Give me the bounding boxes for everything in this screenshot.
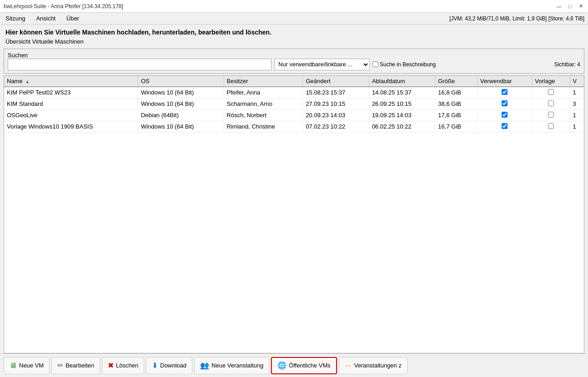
table-cell: KIM PePP Test02 WS23 [4,87,138,99]
col-ablaufdatum[interactable]: Ablaufdatum [369,76,435,87]
verwendbar-check[interactable] [502,100,508,106]
oeffentliche-vms-icon: 🌐 [277,361,286,370]
page-title: Hier können Sie Virtuelle Maschinen hoch… [5,28,583,37]
table-cell: Rösch, Norbert [224,109,303,121]
close-button[interactable]: ✕ [577,3,584,10]
table-row[interactable]: KIM PePP Test02 WS23Windows 10 (64 Bit)P… [4,87,584,99]
col-groesse[interactable]: Größe [435,76,477,87]
download-icon: ⬇ [152,361,158,370]
table-cell: 1 [570,121,584,132]
vorlage-check[interactable] [548,100,554,106]
page-subtitle: Übersicht Virtuelle Maschinen [5,38,583,45]
table-cell: 06.02.25 10:22 [369,121,435,132]
table-body: KIM PePP Test02 WS23Windows 10 (64 Bit)P… [4,87,584,133]
neue-vm-label: Neue VM [19,362,44,369]
menu-sitzung[interactable]: Sitzung [4,14,27,23]
table-cell: Pfeifer, Anna [224,87,303,99]
search-input[interactable] [8,59,271,70]
veranstaltungen-label: Veranstaltungen z [354,362,402,369]
col-name[interactable]: Name ▲ [4,76,138,87]
vm-table-container: Name ▲ OS Besitzer Geändert Ablaufdatum … [4,75,584,353]
verwendbar-check[interactable] [502,112,508,118]
table-cell: 15.08.23 15:37 [303,87,369,99]
col-verwendbar[interactable]: Verwendbar [477,76,532,87]
table-cell: 07.02.23 10:22 [303,121,369,132]
maximize-button[interactable]: □ [566,3,573,10]
window-controls: — □ ✕ [555,3,584,10]
neue-veranstaltung-icon: 👥 [200,361,209,370]
loeschen-icon: ✖ [108,361,114,370]
menu-ansicht[interactable]: Ansicht [34,14,57,23]
vm-table: Name ▲ OS Besitzer Geändert Ablaufdatum … [4,76,584,133]
search-desc-check[interactable] [372,61,378,67]
vorlage-check[interactable] [548,123,554,129]
download-button[interactable]: ⬇ Download [146,357,192,374]
col-besitzer[interactable]: Besitzer [224,76,303,87]
search-row: Nur verwendbare/linkbare ... Alle anzeig… [8,59,580,70]
veranstaltungen-icon: ↔ [345,362,352,370]
search-label: Suchen [8,52,28,59]
verwendbar-check-cell [477,121,532,132]
menu-items: Sitzung Ansicht Über [4,14,81,23]
verwendbar-check[interactable] [502,123,508,129]
table-cell: Windows 10 (64 Bit) [138,98,224,109]
col-v[interactable]: V [570,76,584,87]
verwendbar-check-cell [477,109,532,121]
table-cell: 38,6 GiB [435,98,477,109]
neue-vm-icon: 🖥 [10,362,17,370]
filter-select[interactable]: Nur verwendbare/linkbare ... Alle anzeig… [274,59,370,70]
vorlage-check-cell [532,109,570,121]
download-label: Download [160,362,186,369]
search-desc-checkbox: Suche in Beschreibung [372,61,436,68]
neue-veranstaltung-label: Neue Veranstaltung [211,362,263,369]
vorlage-check-cell [532,87,570,99]
table-cell: Debian (64Bit) [138,109,224,121]
table-cell: Windows 10 (64 Bit) [138,87,224,99]
toolbar: 🖥 Neue VM ✏ Bearbeiten ✖ Löschen ⬇ Downl… [0,353,588,377]
menu-ueber[interactable]: Über [65,14,81,23]
vorlage-check-cell [532,121,570,132]
table-header-row: Name ▲ OS Besitzer Geändert Ablaufdatum … [4,76,584,87]
title-bar: bwLehrpool-Suite - Anna Pfeifer [134.34.… [0,0,588,13]
col-geaendert[interactable]: Geändert [303,76,369,87]
table-cell: Windows 10 (64 Bit) [138,121,224,132]
search-desc-label: Suche in Beschreibung [380,61,436,68]
veranstaltungen-button[interactable]: ↔ Veranstaltungen z [339,357,407,374]
col-vorlage[interactable]: Vorlage [532,76,570,87]
table-row[interactable]: OSGeoLiveDebian (64Bit)Rösch, Norbert20.… [4,109,584,121]
table-cell: Rimland, Christine [224,121,303,132]
search-section: Suchen Nur verwendbare/linkbare ... Alle… [4,49,584,74]
table-cell: Scharmann, Arno [224,98,303,109]
table-cell: 27.09.23 10:15 [303,98,369,109]
loeschen-button[interactable]: ✖ Löschen [102,357,144,374]
table-cell: 14.08.25 15:37 [369,87,435,99]
verwendbar-check-cell [477,87,532,99]
verwendbar-check[interactable] [502,89,508,95]
bearbeiten-label: Bearbeiten [65,362,94,369]
table-cell: 16,8 GiB [435,87,477,99]
table-cell: Vorlage Windows10 1909 BASIS [4,121,138,132]
col-os[interactable]: OS [138,76,224,87]
table-cell: 20.09.23 14:03 [303,109,369,121]
minimize-button[interactable]: — [555,3,563,10]
jvm-info: [JVM: 43,2 MiB/71,0 MiB, Limit: 1,9 GiB]… [449,15,584,22]
loeschen-label: Löschen [116,362,138,369]
table-cell: 3 [570,98,584,109]
table-row[interactable]: Vorlage Windows10 1909 BASISWindows 10 (… [4,121,584,132]
sort-arrow-name: ▲ [25,79,30,84]
vorlage-check[interactable] [548,89,554,95]
table-row[interactable]: KIM StandardWindows 10 (64 Bit)Scharmann… [4,98,584,109]
neue-veranstaltung-button[interactable]: 👥 Neue Veranstaltung [194,357,269,374]
oeffentliche-vms-button[interactable]: 🌐 Öffentliche VMs [271,357,337,374]
main-header: Hier können Sie Virtuelle Maschinen hoch… [0,25,588,47]
oeffentliche-vms-label: Öffentliche VMs [289,362,331,369]
neue-vm-button[interactable]: 🖥 Neue VM [4,357,50,374]
bearbeiten-button[interactable]: ✏ Bearbeiten [51,357,100,374]
table-cell: 19.09.25 14:03 [369,109,435,121]
vorlage-check[interactable] [548,112,554,118]
table-cell: KIM Standard [4,98,138,109]
table-cell: 1 [570,109,584,121]
table-cell: 17,6 GiB [435,109,477,121]
table-cell: OSGeoLive [4,109,138,121]
window-title: bwLehrpool-Suite - Anna Pfeifer [134.34.… [4,3,123,10]
